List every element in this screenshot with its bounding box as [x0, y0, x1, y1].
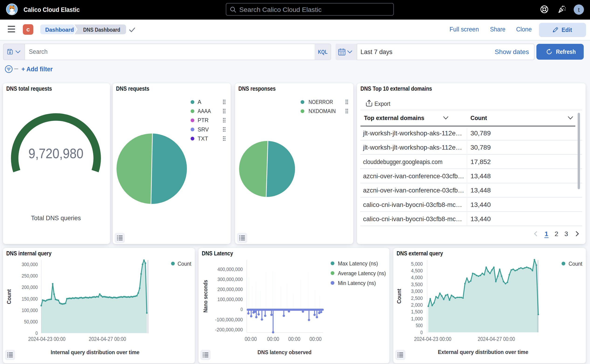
svg-text:+ Add filter: + Add filter — [21, 65, 53, 73]
